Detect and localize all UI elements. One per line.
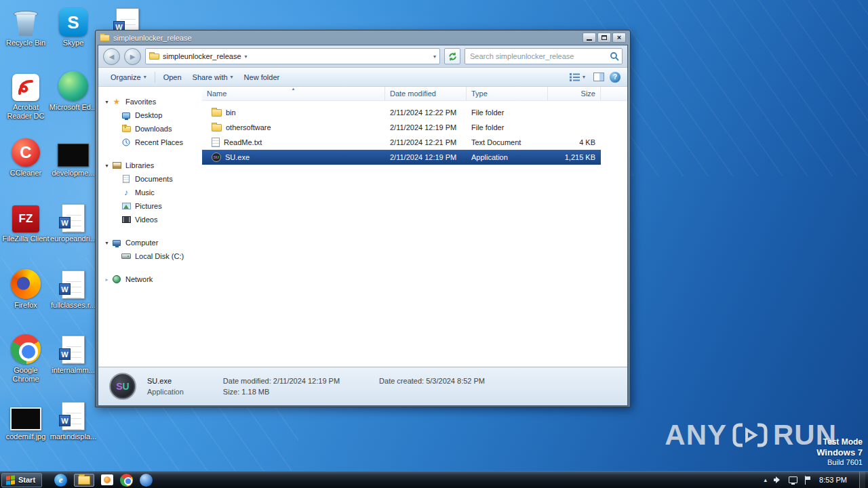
column-header-type[interactable]: Type <box>467 87 548 100</box>
sidebar-item-music[interactable]: ♪ Music <box>98 186 202 199</box>
column-headers: Name ▴ Date modified Type Size <box>202 87 627 101</box>
recent-places-clock-icon <box>121 138 132 147</box>
volume-icon[interactable] <box>774 476 782 484</box>
watermark-run: RUN <box>773 419 837 451</box>
image-thumbnail-icon <box>10 407 41 430</box>
sidebar-item-documents[interactable]: Documents <box>98 172 202 186</box>
icon-label: internalmm... <box>47 366 99 375</box>
desktop-icon-skype[interactable]: S Skype <box>47 4 99 47</box>
file-row-readme[interactable]: ReadMe.txt 2/11/2024 12:21 PM Text Docum… <box>202 135 601 150</box>
sidebar-group-network[interactable]: ▸ Network <box>98 273 202 286</box>
recycle-bin-icon <box>14 9 38 37</box>
text-file-icon <box>212 138 220 147</box>
collapse-arrow-icon[interactable]: ▾ <box>102 163 111 169</box>
preview-pane-button[interactable] <box>593 73 604 81</box>
file-row-othersoftware[interactable]: othersoftware 2/11/2024 12:19 PM File fo… <box>202 120 601 135</box>
sidebar-item-downloads[interactable]: ↓ Downloads <box>98 122 202 136</box>
desktop-icon-filezilla[interactable]: FZ FileZilla Client <box>0 200 52 243</box>
taskbar-internet-explorer-icon[interactable]: e <box>54 474 67 487</box>
new-folder-button[interactable]: New folder <box>239 70 285 84</box>
watermark-any: ANY <box>665 419 727 451</box>
window-titlebar[interactable]: simpleunlocker_release × <box>98 30 628 45</box>
sort-ascending-icon: ▴ <box>292 86 295 92</box>
music-note-icon: ♪ <box>121 188 132 197</box>
collapse-arrow-icon[interactable]: ▾ <box>102 99 111 105</box>
desktop-icon-fullclasses[interactable]: W fullclasses.r... <box>47 266 99 310</box>
sidebar-item-pictures[interactable]: Pictures <box>98 199 202 213</box>
open-button[interactable]: Open <box>158 70 187 84</box>
su-exe-icon: SU <box>212 152 221 162</box>
desktop-icon-acrobat[interactable]: Acrobat Reader DC <box>0 68 52 121</box>
taskbar-chrome-icon[interactable] <box>120 474 133 487</box>
desktop: ANY RUN Test Mode Windows 7 Build 7601 R… <box>0 0 868 488</box>
icon-label: developme... <box>47 169 99 178</box>
show-desktop-button[interactable] <box>859 472 865 488</box>
sidebar-group-libraries[interactable]: ▾ Libraries <box>98 159 202 172</box>
column-header-size[interactable]: Size <box>548 87 601 100</box>
taskbar-app-icon-blue[interactable] <box>140 474 153 487</box>
desktop-icon-martindispla[interactable]: W martindispla... <box>47 398 99 441</box>
navigation-pane: ▾ ★ Favorites Desktop ↓ Downloads <box>98 87 202 367</box>
anyrun-watermark: ANY RUN <box>665 419 837 451</box>
window-title: simpleunlocker_release <box>113 34 579 42</box>
icon-label: Recycle Bin <box>0 39 52 47</box>
collapse-arrow-icon[interactable]: ▾ <box>102 240 111 246</box>
icon-label: Google Chrome <box>0 366 52 384</box>
taskbar-media-icon[interactable] <box>101 474 113 485</box>
column-header-name[interactable]: Name ▴ <box>202 87 385 100</box>
help-button[interactable]: ? <box>610 72 620 83</box>
desktop-icon-recycle-bin[interactable]: Recycle Bin <box>0 4 52 47</box>
explorer-window: simpleunlocker_release × ◀ ▶ simpleunloc… <box>95 30 631 407</box>
su-exe-large-icon: SU <box>109 373 136 400</box>
expand-arrow-icon[interactable]: ▸ <box>102 277 111 283</box>
address-bar[interactable]: simpleunlocker_release ▾ ▾ <box>145 48 440 64</box>
share-with-button[interactable]: Share with ▾ <box>187 70 239 84</box>
new-folder-label: New folder <box>244 73 280 81</box>
change-view-button[interactable]: ▾ <box>567 70 588 84</box>
word-document-icon: W <box>62 402 85 430</box>
details-pane: SU SU.exe Application Date modified: 2/1… <box>98 367 627 405</box>
sidebar-item-local-disk-c[interactable]: Local Disk (C:) <box>98 249 202 263</box>
desktop-icon-developme[interactable]: developme... <box>47 134 99 178</box>
refresh-button[interactable] <box>444 48 460 64</box>
desktop-icon-microsoft-edge[interactable]: Microsoft Ed... <box>47 68 99 112</box>
icon-label: CCleaner <box>0 169 52 178</box>
address-history-chevron-icon[interactable]: ▾ <box>433 54 436 60</box>
sidebar-item-desktop[interactable]: Desktop <box>98 108 202 122</box>
skype-icon: S <box>59 8 87 37</box>
icon-label: codemilf.jpg <box>0 432 52 441</box>
maximize-button[interactable] <box>597 33 611 43</box>
desktop-icon-europeandri[interactable]: W europeandri... <box>47 200 99 243</box>
desktop-icon-firefox[interactable]: Firefox <box>0 266 52 310</box>
os-line: Windows 7 <box>816 447 863 458</box>
column-header-date-modified[interactable]: Date modified <box>385 87 467 100</box>
taskbar-clock[interactable]: 8:53 PM <box>818 476 852 484</box>
desktop-icon-ccleaner[interactable]: C CCleaner <box>0 134 52 178</box>
close-button[interactable]: × <box>612 33 626 43</box>
organize-button[interactable]: Organize ▾ <box>105 70 152 84</box>
desktop-icon-internalmm[interactable]: W internalmm... <box>47 331 99 375</box>
sidebar-item-recent-places[interactable]: Recent Places <box>98 136 202 149</box>
hidden-icons-chevron-icon[interactable]: ▴ <box>764 476 768 483</box>
forward-button[interactable]: ▶ <box>124 48 141 65</box>
desktop-icon-codemilf-jpg[interactable]: codemilf.jpg <box>0 398 52 441</box>
action-center-flag-icon[interactable] <box>804 476 811 485</box>
chevron-down-icon[interactable]: ▾ <box>245 54 248 60</box>
back-button[interactable]: ◀ <box>103 48 120 65</box>
file-row-bin[interactable]: bin 2/11/2024 12:22 PM File folder <box>202 105 601 120</box>
start-button[interactable]: Start <box>1 473 42 487</box>
desktop-icon-chrome[interactable]: Google Chrome <box>0 331 52 384</box>
search-icon[interactable] <box>610 52 620 62</box>
minimize-button[interactable] <box>583 33 596 43</box>
taskbar-explorer-icon-active[interactable] <box>74 474 94 487</box>
sidebar-group-favorites[interactable]: ▾ ★ Favorites <box>98 96 202 108</box>
search-input[interactable] <box>470 52 610 60</box>
build-line: Build 7601 <box>816 458 863 468</box>
sidebar-group-computer[interactable]: ▾ Computer <box>98 237 202 249</box>
breadcrumb[interactable]: simpleunlocker_release <box>163 52 241 60</box>
sidebar-item-videos[interactable]: Videos <box>98 213 202 226</box>
file-row-su-exe-selected[interactable]: SU SU.exe 2/11/2024 12:19 PM Application… <box>202 150 601 165</box>
edge-icon <box>58 71 88 101</box>
command-bar: Organize ▾ Open Share with ▾ New folder <box>98 68 627 87</box>
network-tray-icon[interactable] <box>789 476 797 483</box>
